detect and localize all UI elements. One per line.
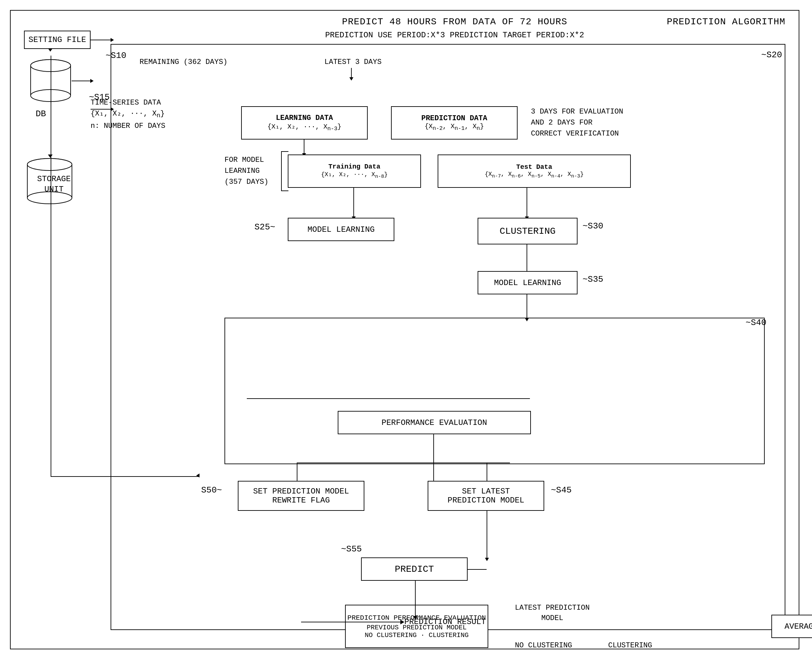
clustering-text: CLUSTERING [500,226,555,237]
latest-3-days-label: LATEST 3 DAYS [324,58,382,66]
title-text: PREDICT 48 HOURS FROM DATA OF 72 HOURS [342,17,567,27]
db-label: DB [36,109,46,119]
arrowhead-s50 [196,473,199,478]
remaining-label: REMAINING (362 DAYS) [140,58,227,66]
training-data-title: Training Data [328,163,380,171]
s45-label: ~S45 [551,485,572,495]
left-vertical-feedback [51,56,51,158]
s45-text: ~S45 [551,485,572,495]
pred-perf-eval-box: PREDICTION PERFORMANCE EVALUATION PREVIO… [345,605,488,648]
set-pred-model-line1: SET PREDICTION MODEL [253,487,349,496]
arrowhead-up-setting [48,48,53,52]
storage-unit-text: STORAGE [20,174,87,184]
average-text: AVERAGE [785,622,812,631]
eval-line2: AND 2 DAYS FOR [531,117,647,128]
storage-unit-text2: UNIT [20,184,87,194]
arrow-time-series-right [91,109,111,110]
no-clustering-label: NO CLUSTERING [515,641,572,650]
arrow-training-to-model [353,187,354,217]
model-learning-s35-text: MODEL LEARNING [494,278,561,287]
eval-line1: 3 DAYS FOR EVALUATION [531,106,647,117]
prediction-data-title: PREDICTION DATA [421,114,487,122]
svg-point-11 [27,158,72,171]
s40-text: ~S40 [746,318,767,327]
arrow-setting-to-main [91,40,111,40]
h-fork-left [297,462,433,463]
db-text: DB [36,109,46,119]
test-data-formula: {Xn-7, Xn-6, Xn-5, Xn-4, Xn-3} [484,171,583,179]
bracket-top-line [281,151,288,152]
s30-text: ~S30 [583,221,603,231]
evaluation-text: 3 DAYS FOR EVALUATION AND 2 DAYS FOR COR… [531,106,647,139]
bottom-horizontal-to-s50 [51,476,199,477]
performance-eval-text: PERFORMANCE EVALUATION [382,418,487,427]
bracket-line1: FOR MODEL [224,155,268,166]
clustering-box: CLUSTERING [478,218,577,244]
bracket-line2: LEARNING [224,166,268,177]
setting-file-box: SETTING FILE [24,31,91,49]
setting-file-label: SETTING FILE [29,35,86,44]
test-data-box: Test Data {Xn-7, Xn-6, Xn-5, Xn-4, Xn-3} [437,155,631,188]
diagram-container: PREDICT 48 HOURS FROM DATA OF 72 HOURS P… [10,10,799,649]
s40-outer-box: PREDICTION PERFORMANCE EVALUATION PREVIO… [224,318,765,464]
arrowhead-db-storage [48,155,53,158]
clustering2-text: CLUSTERING [608,641,652,650]
no-clustering-text: NO CLUSTERING [515,641,572,650]
s35-label: ~S35 [583,274,603,284]
pred-result-arrow-line [301,622,401,622]
model-learning-s25-box: MODEL LEARNING [288,218,394,241]
s25-text: S25~ [254,222,275,232]
average-box: AVERAGE [771,615,812,638]
s50-label: S50~ [201,485,222,495]
s40-label: ~S40 [746,318,767,327]
predict-box: PREDICT [361,558,468,581]
clustering-label-2: CLUSTERING [608,641,652,650]
s30-label: ~S30 [583,221,603,231]
prediction-result-text: PREDICTION RESULT [404,617,486,627]
performance-eval-box: PERFORMANCE EVALUATION [338,411,531,434]
arrow-latest-down [351,68,352,78]
latest-pred-line2: MODEL [515,613,589,624]
training-data-formula: {X₁, X₂, ···, Xn-8} [321,171,388,180]
s55-label: ~S55 [341,544,362,554]
arrow-clustering-to-s35 [527,244,527,272]
s55-text: ~S55 [341,544,362,554]
h-line-perf [247,398,530,399]
arrow-set-latest-to-predict [487,510,487,558]
arrow-s35-to-s40 [527,294,527,319]
prediction-data-box: PREDICTION DATA {Xn-2, Xn-1, Xn} [391,106,517,139]
storage-unit-label: STORAGE UNIT [20,174,87,194]
arrow-right-fork-down [487,462,487,481]
arrow-perf-down [433,434,434,482]
arrow-predict-down [415,580,415,617]
set-latest-pred-box: SET LATEST PREDICTION MODEL [428,481,544,511]
subtitle-text: PREDICTION USE PERIOD:X*3 PREDICTION TAR… [144,31,765,40]
left-long-vertical [51,157,51,477]
predict-text: PREDICT [395,564,434,574]
arrow-learning-down [304,139,304,154]
model-learning-bracket: FOR MODEL LEARNING (357 DAYS) [224,155,268,188]
model-learning-s35-box: MODEL LEARNING [478,271,577,295]
main-outer-box: REMAINING (362 DAYS) LATEST 3 DAYS LEARN… [111,44,785,630]
latest-pred-line1: LATEST PREDICTION [515,603,589,613]
eval-line3: CORRECT VERIFICATION [531,128,647,139]
arrow-test-to-clustering [527,187,527,217]
pred-result-arrowhead [400,620,404,624]
latest-3-days-text: LATEST 3 DAYS [324,58,382,66]
remaining-text: REMAINING (362 DAYS) [140,58,227,66]
learning-data-formula: {X₁, X₂, ···, Xn-3} [268,122,342,132]
bracket-bottom-line [281,191,288,191]
pred-algo-text: PREDICTION ALGORITHM [667,17,785,27]
model-learning-s25-text: MODEL LEARNING [307,225,375,234]
prediction-result-row: PREDICTION RESULT [301,617,486,627]
arrow-left-fork-down [297,462,298,481]
learning-data-box: LEARNING DATA {X₁, X₂, ···, Xn-3} [241,106,368,139]
prediction-algorithm-label: PREDICTION ALGORITHM [667,17,785,27]
subtitle-content: PREDICTION USE PERIOD:X*3 PREDICTION TAR… [325,31,584,40]
training-data-box: Training Data {X₁, X₂, ···, Xn-8} [288,155,421,188]
s50-text: S50~ [201,485,222,495]
no-clust-clust: NO CLUSTERING · CLUSTERING [365,631,469,639]
set-latest-pred-line1: SET LATEST [462,487,510,496]
arrow-db-right [72,81,91,81]
learning-data-title: LEARNING DATA [276,114,333,122]
